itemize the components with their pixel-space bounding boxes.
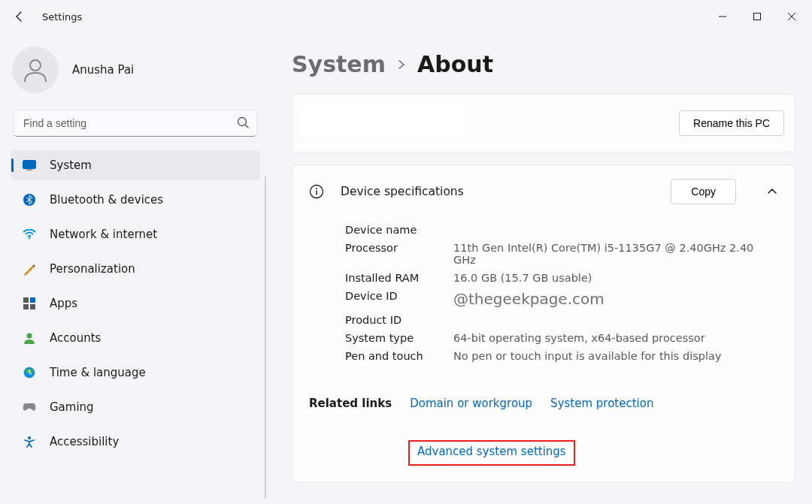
minimize-icon [718, 12, 727, 21]
spec-label-processor: Processor [345, 242, 435, 254]
chevron-right-icon [396, 59, 407, 70]
personalization-icon [23, 262, 36, 276]
time-icon [23, 366, 36, 379]
spec-label-ram: Installed RAM [345, 272, 435, 284]
gaming-icon [23, 400, 36, 414]
breadcrumb: System About [292, 51, 795, 77]
sidebar-item-label: Accounts [50, 331, 101, 345]
sidebar-item-apps[interactable]: Apps [11, 288, 260, 318]
chevron-up-icon[interactable] [766, 186, 778, 198]
rename-card: Rename this PC [292, 94, 795, 152]
close-icon [787, 12, 796, 21]
related-links-label: Related links [309, 397, 392, 410]
scrollbar[interactable] [265, 176, 266, 499]
sidebar-item-label: Apps [50, 297, 77, 310]
wifi-icon [23, 228, 36, 241]
spec-value-processor: 11th Gen Intel(R) Core(TM) i5-1135G7 @ 2… [453, 242, 778, 266]
svg-rect-4 [26, 170, 32, 171]
sidebar-item-label: Time & language [50, 366, 146, 379]
sidebar-item-system[interactable]: System [11, 150, 260, 180]
close-button[interactable] [774, 2, 809, 32]
sidebar-item-label: Network & internet [50, 228, 157, 241]
link-system-protection[interactable]: System protection [550, 397, 653, 410]
maximize-button[interactable] [740, 2, 774, 32]
spec-label-system-type: System type [345, 332, 435, 344]
arrow-left-icon [14, 11, 26, 23]
search-icon [236, 116, 250, 129]
sidebar-item-label: Gaming [50, 400, 94, 414]
sidebar-item-accessibility[interactable]: Accessibility [11, 427, 260, 457]
spec-value-ram: 16.0 GB (15.7 GB usable) [453, 272, 778, 284]
link-advanced-system-settings[interactable]: Advanced system settings [417, 445, 566, 458]
pc-name-placeholder [303, 104, 462, 143]
highlighted-link: Advanced system settings [408, 440, 575, 466]
svg-rect-8 [30, 297, 35, 303]
search-input[interactable] [14, 110, 257, 137]
svg-rect-3 [23, 161, 36, 169]
person-icon [20, 55, 50, 85]
svg-point-14 [28, 436, 31, 439]
minimize-button[interactable] [705, 2, 740, 32]
watermark: @thegeekpage.com [453, 290, 778, 308]
accounts-icon [23, 331, 36, 345]
system-icon [23, 158, 36, 172]
svg-rect-7 [23, 297, 29, 303]
spec-label-device-name: Device name [345, 224, 435, 236]
sidebar-item-network[interactable]: Network & internet [11, 219, 260, 249]
rename-pc-button[interactable]: Rename this PC [679, 110, 784, 136]
svg-rect-0 [754, 14, 761, 20]
svg-point-6 [29, 237, 30, 239]
avatar[interactable] [12, 47, 59, 93]
spec-label-product-id: Product ID [345, 314, 435, 326]
spec-value-pen-touch: No pen or touch input is available for t… [453, 350, 778, 362]
sidebar-item-personalization[interactable]: Personalization [11, 254, 260, 284]
svg-rect-10 [30, 304, 35, 309]
device-specifications-card: Device specifications Copy Device name P… [292, 164, 795, 483]
sidebar-item-label: System [50, 158, 92, 172]
maximize-icon [753, 12, 762, 21]
sidebar-item-label: Accessibility [50, 435, 119, 448]
copy-button[interactable]: Copy [671, 179, 736, 204]
link-domain-workgroup[interactable]: Domain or workgroup [410, 397, 532, 410]
info-icon [309, 184, 324, 199]
sidebar-item-gaming[interactable]: Gaming [11, 392, 260, 422]
window-title: Settings [42, 11, 82, 23]
spec-label-pen-touch: Pen and touch [345, 350, 435, 362]
spec-value-system-type: 64-bit operating system, x64-based proce… [453, 332, 778, 344]
sidebar-item-bluetooth[interactable]: Bluetooth & devices [11, 185, 260, 215]
svg-point-11 [27, 333, 32, 339]
apps-icon [23, 297, 36, 310]
svg-rect-9 [23, 304, 29, 309]
device-specifications-title: Device specifications [341, 185, 464, 198]
sidebar-item-label: Personalization [50, 262, 135, 276]
accessibility-icon [23, 435, 36, 448]
back-button[interactable] [3, 0, 36, 33]
sidebar-item-time[interactable]: Time & language [11, 358, 260, 388]
svg-point-16 [316, 188, 317, 189]
breadcrumb-current: About [417, 51, 493, 77]
svg-point-1 [30, 60, 41, 71]
sidebar-item-label: Bluetooth & devices [50, 193, 163, 207]
svg-point-2 [238, 118, 247, 126]
user-name: Anusha Pai [72, 63, 134, 77]
bluetooth-icon [23, 193, 36, 207]
breadcrumb-parent[interactable]: System [292, 51, 386, 77]
sidebar-item-accounts[interactable]: Accounts [11, 323, 260, 353]
spec-label-device-id: Device ID [345, 290, 435, 302]
